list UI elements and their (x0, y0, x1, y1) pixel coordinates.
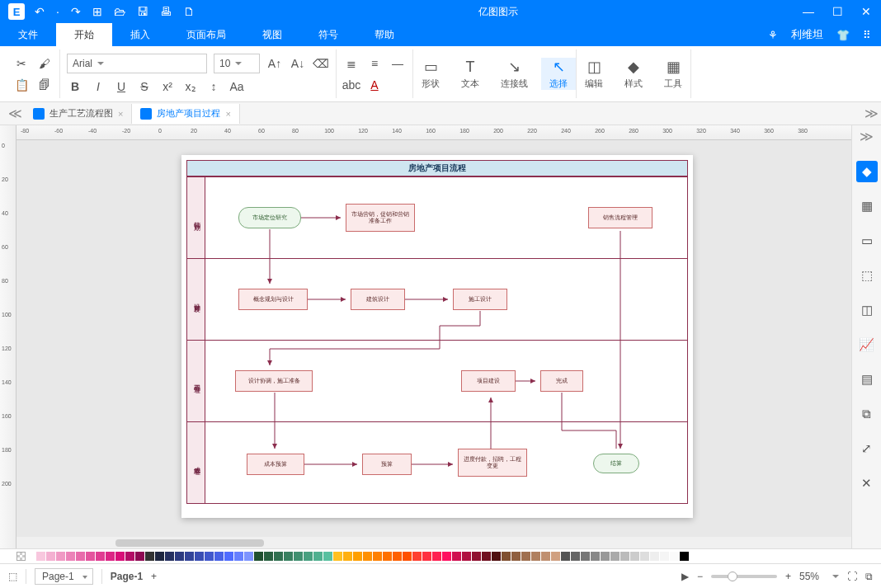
close-tab-icon[interactable]: × (225, 109, 230, 119)
save-icon[interactable]: 🖫 (137, 5, 148, 18)
active-page-label[interactable]: Page-1 (111, 571, 143, 582)
fullscreen-icon[interactable]: ⧉ (865, 571, 873, 582)
menu-symbol[interactable]: 符号 (300, 23, 356, 46)
menu-start[interactable]: 开始 (56, 23, 112, 46)
node-d3[interactable]: 进度付款，招聘，工程变更 (458, 449, 527, 477)
color-swatch[interactable] (472, 552, 481, 561)
slider-knob[interactable] (728, 572, 737, 581)
node-d4[interactable]: 结算 (593, 454, 639, 473)
side-chart-icon[interactable]: 📈 (856, 334, 878, 355)
lane-header-2[interactable]: 设计和开发 (187, 259, 205, 340)
color-swatch[interactable] (393, 552, 402, 561)
color-swatch[interactable] (145, 552, 154, 561)
color-swatch[interactable] (135, 552, 144, 561)
shape-button[interactable]: ▭形状 (413, 58, 448, 90)
new-icon[interactable]: ⊞ (92, 5, 102, 18)
menu-insert[interactable]: 插入 (112, 23, 168, 46)
color-swatch[interactable] (601, 552, 610, 561)
edit-button[interactable]: ◫编辑 (577, 58, 611, 90)
zoom-out-button[interactable]: − (697, 571, 703, 582)
color-swatch[interactable] (660, 552, 669, 561)
node-d1[interactable]: 成本预算 (247, 454, 304, 475)
color-swatch[interactable] (521, 552, 530, 561)
color-swatch[interactable] (66, 552, 75, 561)
copy-icon[interactable]: 🗐 (36, 77, 53, 93)
color-swatch[interactable] (264, 552, 273, 561)
lane-header-3[interactable]: 工程管理 (187, 341, 205, 421)
color-swatch[interactable] (313, 552, 323, 561)
tools-button[interactable]: ▦工具 (656, 58, 690, 90)
tabs-scroll-right[interactable]: ≫ (861, 106, 881, 121)
node-a1[interactable]: 市场定位研究 (238, 207, 301, 228)
side-table-icon[interactable]: ▤ (856, 369, 878, 390)
color-swatch[interactable] (294, 552, 303, 561)
node-a2[interactable]: 市场营销，促销和营销准备工作 (346, 204, 415, 232)
lane-header-1[interactable]: 营销计划 (187, 177, 205, 258)
color-swatch[interactable] (670, 552, 679, 561)
color-swatch[interactable] (363, 552, 372, 561)
h-scrollbar[interactable] (16, 537, 851, 548)
numbering-icon[interactable]: ≡ (366, 55, 383, 72)
color-swatch[interactable] (462, 552, 471, 561)
decrease-font-icon[interactable]: A↓ (290, 55, 306, 72)
minimize-button[interactable]: — (803, 5, 814, 18)
side-page-icon[interactable]: ◫ (856, 299, 878, 321)
color-swatch[interactable] (620, 552, 629, 561)
color-swatch[interactable] (551, 552, 560, 561)
color-swatch[interactable] (383, 552, 392, 561)
color-swatch[interactable] (155, 552, 164, 561)
open-icon[interactable]: 🗁 (114, 5, 125, 18)
color-swatch[interactable] (541, 552, 550, 561)
scrollbar-thumb[interactable] (115, 539, 264, 547)
swatch-nofill[interactable] (16, 552, 26, 561)
node-a3[interactable]: 销售流程管理 (588, 207, 653, 228)
node-c1[interactable]: 设计协调，施工准备 (235, 370, 313, 392)
color-swatch[interactable] (214, 552, 224, 561)
zoom-dropdown-icon[interactable] (832, 575, 839, 578)
connector-button[interactable]: ↘连接线 (492, 58, 536, 90)
doc-tab-1[interactable]: 生产工艺流程图× (25, 104, 132, 124)
color-swatch[interactable] (353, 552, 362, 561)
color-swatch[interactable] (165, 552, 174, 561)
color-swatch[interactable] (403, 552, 412, 561)
strike-icon[interactable]: S (136, 78, 153, 95)
close-button[interactable]: ✕ (861, 5, 871, 18)
change-case-icon[interactable]: Aa (228, 78, 245, 95)
add-page-button[interactable]: + (151, 571, 157, 582)
font-size-selector[interactable]: 10 (214, 54, 260, 73)
play-icon[interactable]: ▶ (681, 571, 689, 582)
color-swatch[interactable] (333, 552, 342, 561)
color-swatch[interactable] (581, 552, 590, 561)
export-icon[interactable]: 🗋 (183, 5, 195, 18)
color-swatch[interactable] (323, 552, 332, 561)
side-clip-icon[interactable]: ⧉ (856, 403, 878, 425)
apps-icon[interactable]: ⠿ (863, 29, 871, 41)
side-image-icon[interactable]: ▭ (856, 230, 878, 252)
theme-icon[interactable]: 👕 (836, 29, 850, 41)
undo-icon[interactable]: ↶ (35, 5, 45, 18)
underline-icon[interactable]: U (113, 78, 130, 95)
color-swatch[interactable] (640, 552, 649, 561)
share-icon[interactable]: ⚘ (768, 29, 778, 41)
color-swatch[interactable] (571, 552, 580, 561)
color-swatch[interactable] (630, 552, 639, 561)
maximize-button[interactable]: ☐ (832, 5, 843, 18)
color-swatch[interactable] (610, 552, 620, 561)
color-swatch[interactable] (274, 552, 283, 561)
line-spacing-icon[interactable]: ↕ (205, 78, 222, 95)
font-color-icon[interactable]: A (366, 77, 383, 93)
print-icon[interactable]: 🖶 (160, 5, 172, 18)
color-swatch[interactable] (591, 552, 600, 561)
redo-icon[interactable]: ↷ (71, 5, 81, 18)
cut-icon[interactable]: ✂ (13, 55, 30, 72)
bold-icon[interactable]: B (67, 78, 83, 95)
side-shuffle-icon[interactable]: ✕ (856, 473, 878, 494)
menu-layout[interactable]: 页面布局 (168, 23, 244, 46)
close-tab-icon[interactable]: × (118, 109, 123, 119)
increase-font-icon[interactable]: A↑ (266, 55, 283, 72)
diagram-title[interactable]: 房地产项目流程 (186, 160, 688, 176)
canvas[interactable]: 房地产项目流程 营销计划 市场定位研究 市场营销，促销和营销准备工作 销售流程管… (16, 140, 851, 537)
user-name[interactable]: 利维坦 (791, 27, 823, 42)
format-painter-icon[interactable]: 🖌 (36, 55, 53, 72)
clear-format-icon[interactable]: ⌫ (313, 55, 329, 72)
